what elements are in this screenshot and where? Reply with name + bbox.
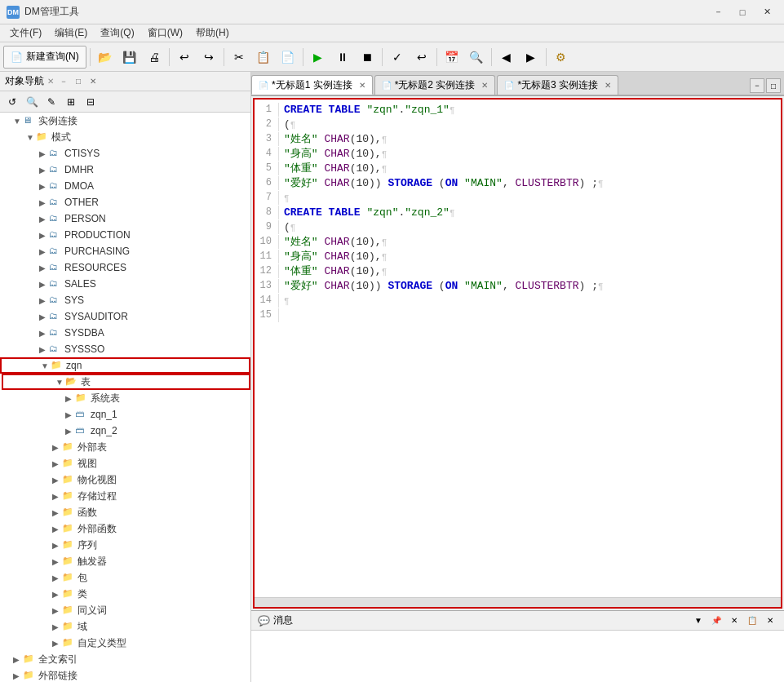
copy-button[interactable]: 📋 bbox=[252, 46, 275, 69]
tab-1[interactable]: 📄 *无标题1 实例连接 ✕ bbox=[251, 75, 373, 95]
sidebar-maximize-button[interactable]: □ bbox=[72, 75, 85, 88]
filter-button[interactable]: 🔍 bbox=[23, 93, 41, 111]
tree-item-funcs[interactable]: ▶ 📁 函数 bbox=[0, 504, 250, 520]
tree-item-extlinks[interactable]: ▶ 📁 外部链接 bbox=[0, 667, 250, 682]
messages-copy-button[interactable]: 📋 bbox=[745, 613, 760, 628]
tree-item-tables[interactable]: ▼ 📂 表 bbox=[2, 374, 250, 390]
refresh-button[interactable]: ↺ bbox=[3, 93, 21, 111]
expand-arrow[interactable]: ▶ bbox=[39, 329, 49, 338]
collapse-button[interactable]: ⊟ bbox=[82, 93, 100, 111]
expand-arrow[interactable]: ▶ bbox=[65, 410, 75, 419]
expand-arrow[interactable]: ▶ bbox=[39, 345, 49, 354]
tree-item-zqn2[interactable]: ▶ 🗃 zqn_2 bbox=[0, 423, 250, 439]
tree-item-synonyms[interactable]: ▶ 📁 同义词 bbox=[0, 602, 250, 618]
tree-item-seqs[interactable]: ▶ 📁 序列 bbox=[0, 537, 250, 553]
tree-item-sysdba[interactable]: ▶ 🗂 SYSDBA bbox=[0, 325, 250, 341]
tree-item-instance[interactable]: ▼ 🖥 实例连接 bbox=[0, 113, 250, 129]
expand-arrow[interactable]: ▶ bbox=[39, 280, 49, 289]
messages-clear-button[interactable]: ✕ bbox=[727, 613, 742, 628]
tab-2[interactable]: 📄 *无标题2 实例连接 ✕ bbox=[374, 75, 496, 95]
print-button[interactable]: 🖨 bbox=[143, 46, 166, 69]
expand-arrow[interactable]: ▶ bbox=[52, 459, 62, 468]
tab-close-2[interactable]: ✕ bbox=[481, 81, 488, 90]
tree-item-classes[interactable]: ▶ 📁 类 bbox=[0, 586, 250, 602]
tab-close-3[interactable]: ✕ bbox=[605, 81, 611, 90]
tree-item-zqn1[interactable]: ▶ 🗃 zqn_1 bbox=[0, 406, 250, 423]
tab-maximize-button[interactable]: □ bbox=[766, 78, 781, 93]
expand-arrow[interactable]: ▶ bbox=[52, 622, 62, 631]
save-button[interactable]: 💾 bbox=[118, 46, 141, 69]
menu-help[interactable]: 帮助(H) bbox=[189, 24, 236, 42]
tree-item-purchasing[interactable]: ▶ 🗂 PURCHASING bbox=[0, 243, 250, 259]
calendar-button[interactable]: 📅 bbox=[441, 46, 463, 69]
expand-arrow[interactable]: ▶ bbox=[39, 312, 49, 321]
settings-button[interactable]: ⚙ bbox=[550, 46, 573, 69]
tab-3[interactable]: 📄 *无标题3 实例连接 ✕ bbox=[497, 75, 618, 95]
expand-arrow[interactable]: ▶ bbox=[39, 182, 49, 191]
tree-item-other[interactable]: ▶ 🗂 OTHER bbox=[0, 194, 250, 210]
menu-window[interactable]: 窗口(W) bbox=[141, 24, 189, 42]
run-button[interactable]: ▶ bbox=[307, 46, 330, 69]
expand-arrow[interactable]: ▼ bbox=[26, 133, 36, 142]
expand-arrow[interactable]: ▶ bbox=[52, 492, 62, 501]
expand-arrow[interactable]: ▶ bbox=[52, 590, 62, 599]
tree-item-domains[interactable]: ▶ 📁 域 bbox=[0, 618, 250, 635]
expand-arrow[interactable]: ▶ bbox=[52, 541, 62, 550]
paste-button[interactable]: 📄 bbox=[277, 46, 299, 69]
horizontal-scrollbar[interactable] bbox=[255, 597, 781, 607]
open-button[interactable]: 📂 bbox=[94, 46, 117, 69]
expand-arrow[interactable]: ▶ bbox=[52, 508, 62, 517]
editor-area[interactable]: 1 CREATE TABLE "zqn"."zqn_1"¶ 2 (¶ 3 "姓名… bbox=[253, 98, 782, 609]
messages-menu-button[interactable]: ▼ bbox=[691, 613, 706, 628]
tree-item-sysauditor[interactable]: ▶ 🗂 SYSAUDITOR bbox=[0, 308, 250, 325]
expand-arrow[interactable]: ▶ bbox=[65, 394, 75, 403]
tree-item-views[interactable]: ▶ 📁 视图 bbox=[0, 455, 250, 472]
expand-arrow[interactable]: ▶ bbox=[39, 247, 49, 256]
maximize-button[interactable]: □ bbox=[732, 4, 753, 20]
expand-arrow[interactable]: ▶ bbox=[39, 296, 49, 305]
tree-item-person[interactable]: ▶ 🗂 PERSON bbox=[0, 210, 250, 227]
tree-item-fulltext[interactable]: ▶ 📁 全文索引 bbox=[0, 651, 250, 667]
tree-item-customtypes[interactable]: ▶ 📁 自定义类型 bbox=[0, 635, 250, 651]
tree-item-zqn[interactable]: ▼ 📁 zqn bbox=[0, 357, 250, 374]
cut-button[interactable]: ✂ bbox=[228, 46, 250, 69]
search-toolbar-button[interactable]: 🔍 bbox=[465, 46, 488, 69]
tree-item-packages[interactable]: ▶ 📁 包 bbox=[0, 569, 250, 586]
tree-item-schema-folder[interactable]: ▼ 📁 模式 bbox=[0, 129, 250, 145]
expand-arrow[interactable]: ▶ bbox=[13, 671, 23, 680]
tree-item-production[interactable]: ▶ 🗂 PRODUCTION bbox=[0, 227, 250, 243]
expand-arrow[interactable]: ▼ bbox=[41, 361, 51, 370]
tree-item-sales[interactable]: ▶ 🗂 SALES bbox=[0, 276, 250, 292]
expand-arrow[interactable]: ▶ bbox=[52, 525, 62, 534]
expand-arrow[interactable]: ▶ bbox=[39, 231, 49, 240]
messages-pin-button[interactable]: 📌 bbox=[709, 613, 724, 628]
menu-query[interactable]: 查询(Q) bbox=[94, 24, 140, 42]
tab-minimize-button[interactable]: － bbox=[750, 78, 764, 93]
tree-item-matviews[interactable]: ▶ 📁 物化视图 bbox=[0, 472, 250, 488]
back-button[interactable]: ↩ bbox=[410, 46, 433, 69]
next-button[interactable]: ▶ bbox=[520, 46, 543, 69]
expand-arrow[interactable]: ▶ bbox=[39, 149, 49, 158]
tree-item-syssso[interactable]: ▶ 🗂 SYSSSO bbox=[0, 341, 250, 357]
expand-arrow[interactable]: ▶ bbox=[52, 443, 62, 452]
check-button[interactable]: ✓ bbox=[386, 46, 409, 69]
sidebar-close-button[interactable]: ✕ bbox=[86, 75, 100, 88]
expand-arrow[interactable]: ▼ bbox=[13, 117, 23, 126]
expand-arrow[interactable]: ▶ bbox=[52, 476, 62, 485]
stop-button[interactable]: ⏹ bbox=[356, 46, 379, 69]
code-editor[interactable]: 1 CREATE TABLE "zqn"."zqn_1"¶ 2 (¶ 3 "姓名… bbox=[255, 100, 781, 597]
undo-button[interactable]: ↩ bbox=[173, 46, 196, 69]
new-query-button[interactable]: 📄 新建查询(N) bbox=[3, 46, 86, 69]
menu-file[interactable]: 文件(F) bbox=[3, 24, 48, 42]
tree-item-extfuncs[interactable]: ▶ 📁 外部函数 bbox=[0, 520, 250, 537]
expand-arrow[interactable]: ▶ bbox=[52, 639, 62, 648]
tab-close-1[interactable]: ✕ bbox=[359, 81, 365, 90]
tree-item-ctisys[interactable]: ▶ 🗂 CTISYS bbox=[0, 145, 250, 162]
tree-item-triggers[interactable]: ▶ 📁 触发器 bbox=[0, 553, 250, 569]
sidebar-minimize-button[interactable]: － bbox=[57, 75, 70, 88]
expand-arrow[interactable]: ▶ bbox=[52, 574, 62, 582]
tree-item-procs[interactable]: ▶ 📁 存储过程 bbox=[0, 488, 250, 504]
tree-item-dmoa[interactable]: ▶ 🗂 DMOA bbox=[0, 178, 250, 194]
close-button[interactable]: ✕ bbox=[756, 4, 777, 20]
expand-arrow[interactable]: ▶ bbox=[39, 264, 49, 272]
